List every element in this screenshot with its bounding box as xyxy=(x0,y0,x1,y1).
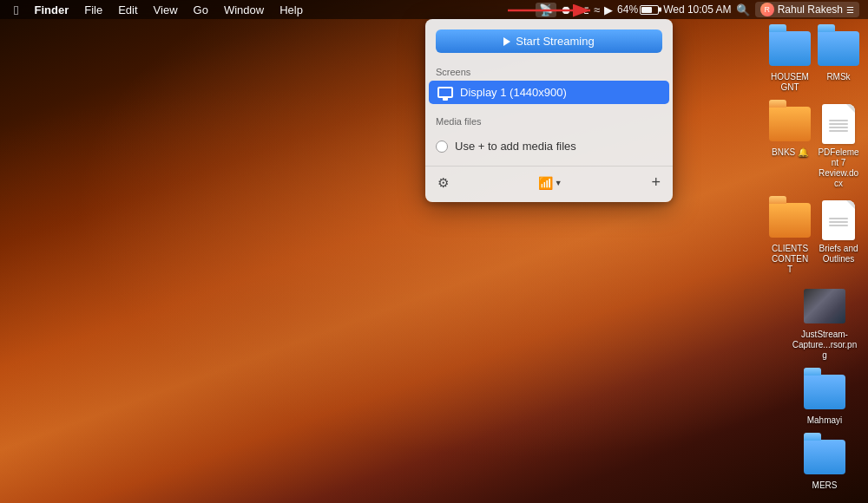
desktop-icon-mahmayi[interactable]: Mahmayi xyxy=(790,371,859,426)
desktop-icon-housemgnt[interactable]: HOUSEMGNT xyxy=(769,28,811,93)
menubar-left:  Finder File Edit View Go Window Help xyxy=(0,2,310,18)
folder-icon xyxy=(818,28,859,69)
red-arrow-indicator xyxy=(503,2,608,23)
icon-label: RMSk xyxy=(826,72,850,82)
cast-icon: 📶 xyxy=(538,176,553,190)
user-badge[interactable]: R Rahul Rakesh ☰ xyxy=(755,2,859,17)
user-name: Rahul Rakesh xyxy=(778,3,843,16)
desktop-icons-container: HOUSEMGNT RMSk BNKS 🔔 xyxy=(781,28,859,503)
image-thumb-inner xyxy=(804,289,845,323)
desktop-icon-mers[interactable]: MERS xyxy=(790,436,859,491)
chevron-down-icon: ▼ xyxy=(555,179,562,187)
media-radio-button[interactable] xyxy=(436,140,448,153)
desktop-icon-clients[interactable]: CLIENTS CONTENT xyxy=(769,199,811,275)
start-streaming-button[interactable]: Start Streaming xyxy=(436,29,662,53)
file-shape xyxy=(822,104,855,144)
play-icon xyxy=(503,37,510,46)
folder-shape xyxy=(769,31,811,66)
icon-row-3: CLIENTS CONTENT Briefs and Outlines xyxy=(781,199,859,275)
icon-row-5: Mahmayi xyxy=(781,371,859,426)
file-lines xyxy=(822,113,855,135)
file-line xyxy=(829,221,848,223)
folder-shape-orange xyxy=(769,107,811,141)
icon-label: Mahmayi xyxy=(807,415,843,426)
file-menu[interactable]: File xyxy=(77,2,109,18)
icon-row-2: BNKS 🔔 PDFelement 7 Review.docx xyxy=(781,103,859,189)
battery-body xyxy=(640,5,659,15)
file-shape xyxy=(822,200,855,240)
help-menu[interactable]: Help xyxy=(273,2,310,18)
file-line xyxy=(829,225,848,226)
edit-menu[interactable]: Edit xyxy=(111,2,144,18)
screen-item-label: Display 1 (1440x900) xyxy=(460,86,567,99)
screens-section-label: Screens xyxy=(425,62,673,81)
gear-icon: ⚙ xyxy=(437,175,449,191)
media-radio-row[interactable]: Use + to add media files xyxy=(436,137,662,155)
desktop-icon-briefs[interactable]: Briefs and Outlines xyxy=(818,199,859,275)
window-menu[interactable]: Window xyxy=(217,2,271,18)
icon-row-4: JustStream-Capture...rsor.png xyxy=(781,285,859,361)
icon-label: BNKS 🔔 xyxy=(772,147,808,158)
icon-label: CLIENTS CONTENT xyxy=(769,244,811,275)
file-icon xyxy=(818,199,859,241)
user-avatar: R xyxy=(760,3,774,16)
go-menu[interactable]: Go xyxy=(187,2,215,18)
folder-icon xyxy=(769,199,811,241)
desktop-icon-rmsk[interactable]: RMSk xyxy=(818,28,859,93)
folder-icon xyxy=(804,436,845,478)
icon-label: Briefs and Outlines xyxy=(818,244,859,265)
file-line xyxy=(829,123,848,125)
plus-icon: + xyxy=(651,173,661,192)
image-icon xyxy=(804,285,845,327)
file-lines xyxy=(822,211,855,230)
media-files-hint: Use + to add media files xyxy=(455,140,576,153)
folder-icon xyxy=(769,103,811,145)
folder-icon xyxy=(804,371,845,413)
add-media-button[interactable]: + xyxy=(651,173,661,192)
desktop:  Finder File Edit View Go Window Help 📡… xyxy=(0,0,868,503)
desktop-icon-pdfelement[interactable]: PDFelement 7 Review.docx xyxy=(818,103,859,189)
menubar:  Finder File Edit View Go Window Help 📡… xyxy=(0,0,868,19)
media-files-section-label: Media files xyxy=(425,111,673,130)
icon-label: PDFelement 7 Review.docx xyxy=(818,147,859,189)
folder-icon xyxy=(769,28,811,69)
file-icon xyxy=(818,103,859,145)
battery-fill xyxy=(641,7,652,13)
folder-shape xyxy=(804,440,845,474)
user-menu-icon: ☰ xyxy=(846,5,854,15)
icon-label: JustStream-Capture...rsor.png xyxy=(790,330,859,361)
view-menu[interactable]: View xyxy=(147,2,185,18)
file-line xyxy=(829,127,848,128)
icon-row-6: MERS xyxy=(781,436,859,491)
folder-shape xyxy=(818,31,859,66)
search-icon[interactable]: 🔍 xyxy=(736,3,750,16)
settings-button[interactable]: ⚙ xyxy=(437,175,449,191)
battery-indicator: 64% xyxy=(617,3,659,16)
desktop-icon-bnks[interactable]: BNKS 🔔 xyxy=(769,103,811,189)
media-files-section: Use + to add media files xyxy=(425,130,673,159)
icon-label: MERS xyxy=(812,480,838,491)
cast-button[interactable]: 📶 ▼ xyxy=(538,176,562,190)
juststream-popup: Start Streaming Screens Display 1 (1440x… xyxy=(425,19,673,202)
monitor-icon xyxy=(437,87,453,98)
folder-shape-orange xyxy=(769,203,811,238)
image-thumbnail xyxy=(804,289,845,323)
popup-footer: ⚙ 📶 ▼ + xyxy=(425,166,673,195)
battery-percent: 64% xyxy=(617,3,638,16)
apple-menu[interactable]:  xyxy=(7,3,25,17)
file-line xyxy=(829,130,848,132)
screen-item[interactable]: Display 1 (1440x900) xyxy=(429,81,669,104)
datetime-display: Wed 10:05 AM xyxy=(663,3,732,16)
icon-label: HOUSEMGNT xyxy=(769,72,811,93)
icon-row-1: HOUSEMGNT RMSk xyxy=(781,28,859,93)
desktop-icon-juststream[interactable]: JustStream-Capture...rsor.png xyxy=(790,285,859,361)
file-line xyxy=(829,120,848,121)
file-line xyxy=(829,218,848,219)
start-streaming-label: Start Streaming xyxy=(516,35,594,48)
finder-menu[interactable]: Finder xyxy=(27,2,76,18)
folder-shape xyxy=(804,375,845,409)
